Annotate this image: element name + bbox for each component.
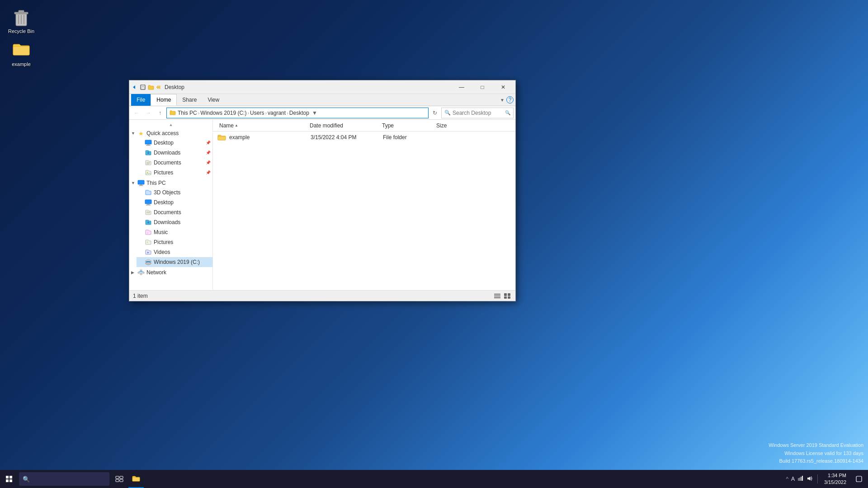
notification-center-btn[interactable] xyxy=(850,470,868,488)
pc-cdrive-item[interactable]: Windows 2019 (C:) xyxy=(137,257,212,267)
svg-line-35 xyxy=(141,271,143,272)
crumb-vagrant[interactable]: vagrant xyxy=(268,110,286,116)
windows-watermark: Windows Server 2019 Standard Evaluation … xyxy=(769,441,863,465)
col-name-sort-icon: ▲ xyxy=(235,123,238,127)
taskbar-search-bar[interactable]: 🔍 xyxy=(19,472,109,486)
crumb-this-pc[interactable]: This PC xyxy=(178,110,197,116)
pc-videos-item[interactable]: Videos xyxy=(137,247,212,257)
taskbar-explorer-app[interactable] xyxy=(128,470,144,488)
large-icons-view-btn[interactable] xyxy=(503,291,512,300)
qa-pictures-icon xyxy=(145,169,152,176)
quick-access-header[interactable]: ▼ ★ Quick access xyxy=(129,128,212,138)
details-view-btn[interactable] xyxy=(493,291,502,300)
recycle-bin-icon[interactable]: Recycle Bin xyxy=(5,7,37,36)
svg-rect-50 xyxy=(120,479,123,482)
svg-point-28 xyxy=(146,262,151,265)
qa-documents-icon xyxy=(145,159,152,166)
qa-desktop-label: Desktop xyxy=(154,140,205,146)
qa-desktop-pin-icon: 📌 xyxy=(205,141,211,145)
title-bar-folder[interactable] xyxy=(147,84,155,91)
address-bar-area: ← → ↑ This PC › Windows 2019 (C:) › User… xyxy=(129,106,515,120)
title-bar-save[interactable] xyxy=(139,84,146,91)
svg-rect-52 xyxy=(799,478,800,481)
pc-desktop-label: Desktop xyxy=(154,199,211,206)
pc-downloads-icon xyxy=(145,219,152,226)
nav-pane-collapse-btn[interactable]: ▲ xyxy=(129,122,212,128)
svg-rect-8 xyxy=(141,87,145,89)
svg-rect-54 xyxy=(802,476,803,481)
pc-3dobjects-item[interactable]: 3D Objects xyxy=(137,188,212,197)
qa-desktop-item[interactable]: Desktop 📌 xyxy=(137,138,212,148)
task-view-btn[interactable] xyxy=(110,470,128,488)
pc-3dobjects-label: 3D Objects xyxy=(154,189,211,196)
nav-up-btn[interactable]: ↑ xyxy=(155,108,165,118)
title-bar-back-arrow[interactable] xyxy=(131,84,138,91)
network-header[interactable]: ▶ Network xyxy=(129,267,212,277)
tray-time[interactable]: 1:34 PM 3/15/2022 xyxy=(824,472,846,486)
taskbar-search-icon: 🔍 xyxy=(23,476,30,483)
crumb-desktop[interactable]: Desktop xyxy=(289,110,309,116)
svg-rect-16 xyxy=(138,180,144,184)
search-input[interactable] xyxy=(453,110,503,116)
pc-cdrive-icon xyxy=(145,258,152,266)
nav-back-btn[interactable]: ← xyxy=(131,108,142,118)
pc-downloads-item[interactable]: Downloads xyxy=(137,217,212,227)
svg-rect-30 xyxy=(138,272,140,273)
crumb-users[interactable]: Users xyxy=(250,110,264,116)
col-name[interactable]: Name ▲ xyxy=(217,120,308,131)
tab-view[interactable]: View xyxy=(202,94,225,106)
close-button[interactable]: ✕ xyxy=(493,80,514,94)
crumb-sep-1: › xyxy=(198,110,200,116)
pc-documents-item[interactable]: Documents xyxy=(137,207,212,217)
tray-network-icon[interactable] xyxy=(797,476,804,483)
file-date-modified: 3/15/2022 4:04 PM xyxy=(311,134,383,141)
start-button[interactable] xyxy=(0,470,18,488)
pc-music-label: Music xyxy=(154,229,211,235)
ribbon-expand: ▼ ? xyxy=(500,96,514,103)
tab-home[interactable]: Home xyxy=(151,94,177,106)
this-pc-header[interactable]: ▼ This PC xyxy=(129,178,212,188)
ribbon-help-btn[interactable]: ? xyxy=(506,96,514,103)
qa-downloads-item[interactable]: Downloads 📌 xyxy=(137,148,212,158)
col-type[interactable]: Type xyxy=(380,120,434,131)
crumb-c-drive[interactable]: Windows 2019 (C:) xyxy=(200,110,246,116)
tab-share[interactable]: Share xyxy=(177,94,202,106)
svg-rect-31 xyxy=(140,273,142,275)
col-date[interactable]: Date modified xyxy=(308,120,380,131)
quick-access-children: Desktop 📌 Downloads 📌 xyxy=(129,138,212,178)
ribbon-dropdown-btn[interactable]: ▼ xyxy=(500,98,505,103)
nav-forward-btn[interactable]: → xyxy=(143,108,154,118)
pc-desktop-item[interactable]: Desktop xyxy=(137,197,212,207)
svg-rect-32 xyxy=(142,272,144,273)
tray-keyboard-icon: A xyxy=(791,476,795,482)
search-submit-btn[interactable]: 🔍 xyxy=(505,110,510,115)
table-row[interactable]: example 3/15/2022 4:04 PM File folder xyxy=(213,131,515,143)
address-refresh-btn[interactable]: ↻ xyxy=(429,108,440,118)
pc-music-icon: ♪ xyxy=(145,229,152,236)
tray-volume-icon[interactable] xyxy=(807,476,813,483)
qa-pictures-item[interactable]: Pictures 📌 xyxy=(137,168,212,178)
minimize-button[interactable]: — xyxy=(451,80,472,94)
example-folder-icon[interactable]: example xyxy=(5,40,37,69)
pc-3dobjects-icon xyxy=(145,189,152,196)
svg-rect-51 xyxy=(798,478,799,481)
file-list: Name ▲ Date modified Type Size xyxy=(213,120,515,290)
pc-pictures-item[interactable]: Pictures xyxy=(137,237,212,247)
pc-videos-icon xyxy=(145,249,152,256)
address-dropdown-btn[interactable]: ▼ xyxy=(311,110,318,116)
tray-date-value: 3/15/2022 xyxy=(824,479,846,486)
pc-music-item[interactable]: ♪ Music xyxy=(137,227,212,237)
address-bar[interactable]: This PC › Windows 2019 (C:) › Users › va… xyxy=(166,108,429,118)
qa-documents-item[interactable]: Documents 📌 xyxy=(137,158,212,168)
tab-file[interactable]: File xyxy=(131,94,151,106)
title-bar-breadcrumb-icon[interactable] xyxy=(156,84,163,91)
column-headers: Name ▲ Date modified Type Size xyxy=(213,120,515,131)
svg-rect-7 xyxy=(142,85,144,87)
this-pc-icon xyxy=(137,179,145,187)
maximize-button[interactable]: □ xyxy=(472,80,493,94)
svg-rect-10 xyxy=(147,144,150,145)
svg-rect-46 xyxy=(9,479,12,482)
tray-chevron-icon[interactable]: ^ xyxy=(786,476,788,482)
svg-rect-44 xyxy=(9,476,12,479)
col-size[interactable]: Size xyxy=(434,120,471,131)
